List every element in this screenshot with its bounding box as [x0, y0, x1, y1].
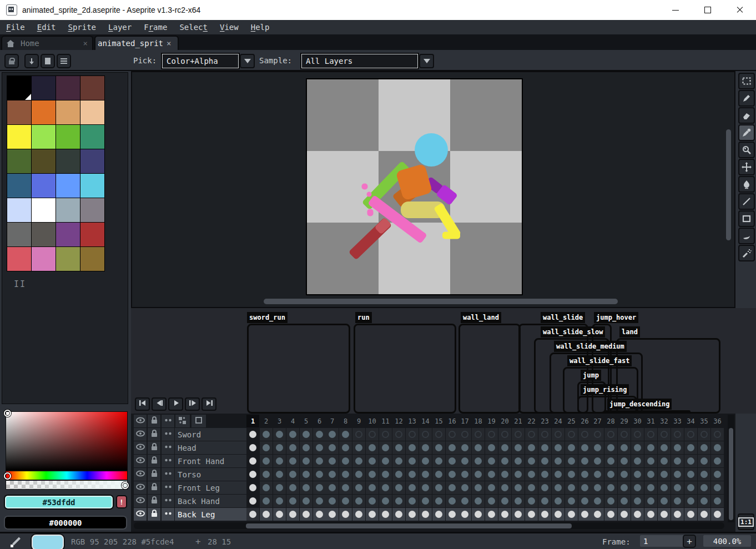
cel[interactable]: [246, 508, 259, 521]
cel[interactable]: [644, 428, 657, 441]
toggle-all-lock[interactable]: [148, 415, 160, 427]
cel[interactable]: [458, 508, 471, 521]
cel[interactable]: [512, 455, 525, 467]
palette-swatch[interactable]: [32, 149, 56, 173]
cel[interactable]: [498, 468, 511, 481]
cel[interactable]: [366, 441, 379, 454]
cel[interactable]: [458, 481, 471, 494]
frame-header-8[interactable]: 8: [339, 415, 352, 427]
palette-swatch[interactable]: [80, 198, 104, 222]
cel[interactable]: [552, 455, 565, 467]
menu-layer[interactable]: Layer: [102, 23, 138, 32]
minimize-button[interactable]: [659, 0, 692, 20]
cel[interactable]: [684, 481, 697, 494]
cel[interactable]: [671, 468, 684, 481]
layer-4-lock[interactable]: [148, 481, 160, 494]
sample-dropdown-arrow[interactable]: [419, 54, 434, 68]
cel[interactable]: [711, 468, 724, 481]
cel[interactable]: [273, 441, 286, 454]
frame-header-21[interactable]: 21: [512, 415, 525, 427]
cel[interactable]: [419, 495, 432, 507]
cel[interactable]: [446, 455, 458, 467]
spray-tool[interactable]: [738, 245, 755, 261]
cel[interactable]: [246, 495, 259, 507]
cel[interactable]: [711, 508, 724, 521]
cel[interactable]: [273, 495, 286, 507]
cel[interactable]: [631, 481, 644, 494]
cel[interactable]: [339, 428, 352, 441]
cel[interactable]: [472, 428, 485, 441]
frame-header-3[interactable]: 3: [273, 415, 286, 427]
cel[interactable]: [525, 441, 538, 454]
cel[interactable]: [512, 468, 525, 481]
layer-name-torso[interactable]: Torso: [175, 468, 246, 481]
palette-swatch[interactable]: [56, 174, 80, 198]
cel[interactable]: [578, 481, 591, 494]
cel[interactable]: [246, 481, 259, 494]
cel[interactable]: [352, 495, 365, 507]
menu-edit[interactable]: Edit: [31, 23, 62, 32]
cel[interactable]: [552, 508, 565, 521]
menu-view[interactable]: View: [214, 23, 245, 32]
cel[interactable]: [618, 508, 631, 521]
palette-swatch[interactable]: [80, 223, 104, 246]
cel[interactable]: [313, 428, 326, 441]
layer-3-continuous[interactable]: [162, 468, 174, 481]
cel[interactable]: [618, 455, 631, 467]
cel[interactable]: [565, 508, 578, 521]
cel[interactable]: [366, 455, 379, 467]
cel[interactable]: [352, 455, 365, 467]
cel[interactable]: [631, 508, 644, 521]
cel[interactable]: [618, 428, 631, 441]
cel[interactable]: [498, 508, 511, 521]
contour-tool[interactable]: [738, 228, 755, 244]
cel[interactable]: [658, 441, 671, 454]
cel[interactable]: [618, 481, 631, 494]
canvas-horizontal-scrollbar[interactable]: [264, 299, 618, 304]
palette-swatch[interactable]: [80, 100, 104, 124]
pencil-tool[interactable]: [738, 90, 755, 107]
cel[interactable]: [552, 468, 565, 481]
cel[interactable]: [631, 441, 644, 454]
cel[interactable]: [392, 481, 405, 494]
foreground-color-button[interactable]: #53dfdd: [4, 495, 114, 510]
cel[interactable]: [644, 508, 657, 521]
cel[interactable]: [419, 428, 432, 441]
cel[interactable]: [446, 441, 458, 454]
cel[interactable]: [260, 441, 273, 454]
palette-swatch[interactable]: [7, 76, 31, 100]
layer-name-front-hand[interactable]: Front Hand: [175, 455, 246, 467]
palette-swatch[interactable]: [32, 247, 56, 271]
cel[interactable]: [698, 495, 710, 507]
cel[interactable]: [339, 468, 352, 481]
cel[interactable]: [286, 495, 299, 507]
tag-label-sword_run[interactable]: sword_run: [247, 312, 288, 323]
cel[interactable]: [432, 468, 445, 481]
cel[interactable]: [300, 508, 313, 521]
sample-dropdown[interactable]: All Layers: [301, 54, 418, 68]
cel[interactable]: [512, 441, 525, 454]
cel[interactable]: [379, 495, 392, 507]
cel[interactable]: [485, 428, 498, 441]
cel[interactable]: [591, 495, 604, 507]
cel[interactable]: [379, 468, 392, 481]
frame-header-20[interactable]: 20: [498, 415, 511, 427]
cel[interactable]: [326, 481, 339, 494]
layer-name-back-hand[interactable]: Back Hand: [175, 495, 246, 507]
cel[interactable]: [552, 441, 565, 454]
cel[interactable]: [458, 441, 471, 454]
cel[interactable]: [591, 481, 604, 494]
cel[interactable]: [406, 495, 419, 507]
layer-4-visibility[interactable]: [134, 481, 147, 494]
maximize-button[interactable]: [692, 0, 724, 20]
cel[interactable]: [618, 495, 631, 507]
cel[interactable]: [591, 428, 604, 441]
palette-swatch[interactable]: [56, 125, 80, 149]
frame-header-22[interactable]: 22: [525, 415, 538, 427]
cel[interactable]: [273, 455, 286, 467]
cel[interactable]: [432, 508, 445, 521]
previous-frame-button[interactable]: [152, 397, 167, 411]
cel[interactable]: [671, 508, 684, 521]
cel[interactable]: [419, 455, 432, 467]
palette-options-button[interactable]: [57, 54, 71, 68]
